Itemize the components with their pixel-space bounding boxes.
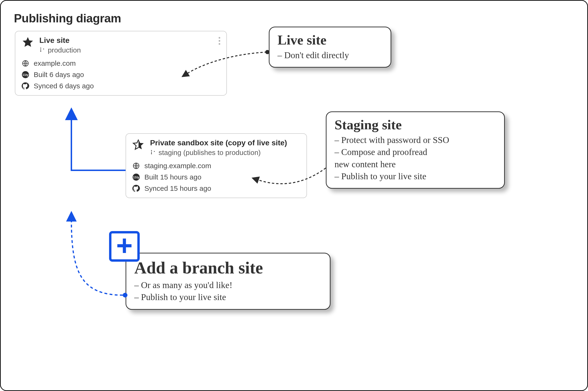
staging-note-line2a: Compose and proofread [334,146,496,158]
github-icon [21,82,29,90]
staging-site-branch: staging (publishes to production) [159,149,261,157]
live-site-card[interactable]: Live site production example.com 11ty [15,31,227,96]
staging-site-build: Built 15 hours ago [144,173,201,181]
diagram-title: Publishing diagram [14,11,121,25]
globe-icon [132,162,140,170]
staging-site-card[interactable]: Private sandbox site (copy of live site)… [126,133,307,198]
staging-site-note: Staging site Protect with password or SS… [326,111,505,189]
live-site-name: Live site [39,36,81,45]
half-star-icon [132,138,145,151]
eleventy-icon: 11ty [21,71,29,79]
live-site-branch: production [48,46,81,54]
publishing-diagram-frame: Publishing diagram Live site production [0,0,588,391]
live-site-sync: Synced 6 days ago [34,82,94,90]
add-branch-note: Add a branch site Or as many as you'd li… [126,253,330,310]
star-icon [21,36,34,49]
live-site-note: Live site Don't edit directly [269,27,391,68]
staging-site-domain: staging.example.com [144,162,211,170]
add-branch-site-button[interactable]: + [109,231,140,262]
staging-note-title: Staging site [334,117,496,133]
live-site-build: Built 6 days ago [34,71,84,79]
branch-icon [150,149,156,157]
branch-note-line2: Publish to your live site [134,291,322,303]
globe-icon [21,59,29,67]
live-site-domain: example.com [34,59,76,67]
eleventy-icon: 11ty [132,173,140,181]
github-icon [132,185,140,193]
live-note-title: Live site [278,32,383,48]
branch-note-line1: Or as many as you'd like! [134,279,322,291]
branch-icon [39,46,45,54]
staging-note-line1: Protect with password or SSO [334,134,496,146]
live-note-line1: Don't edit directly [278,49,383,61]
branch-note-title: Add a branch site [134,258,322,278]
svg-text:11ty: 11ty [133,176,139,179]
staging-site-name: Private sandbox site (copy of live site) [150,138,287,147]
staging-note-line3: Publish to your live site [334,170,496,182]
staging-note-line2b: new content here [334,158,496,170]
staging-site-sync: Synced 15 hours ago [144,185,211,193]
svg-text:11ty: 11ty [22,73,29,77]
kebab-icon[interactable] [219,37,220,45]
